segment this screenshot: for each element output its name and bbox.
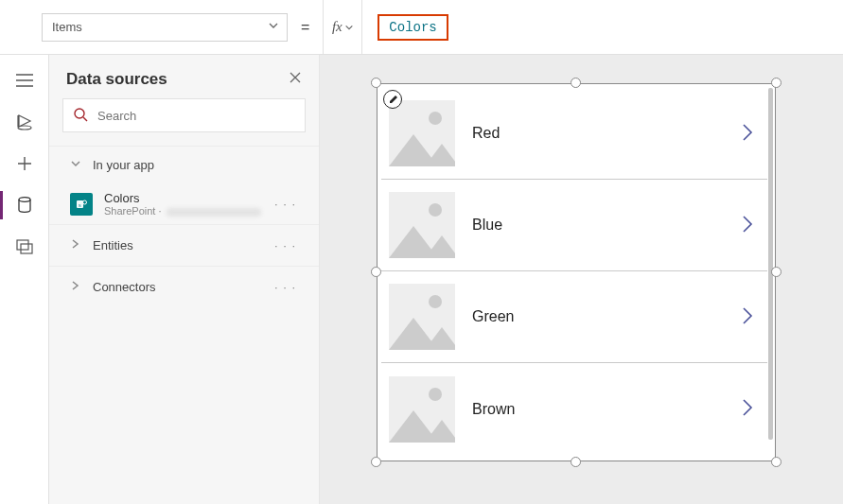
search-box[interactable] [62, 98, 306, 132]
chevron-down-icon [268, 20, 279, 34]
left-rail [0, 55, 49, 504]
chevron-right-icon[interactable] [741, 305, 760, 329]
image-placeholder-icon [389, 284, 455, 350]
resize-handle-icon[interactable] [771, 457, 782, 467]
formula-highlight: Colors [378, 14, 448, 41]
data-icon[interactable] [16, 197, 33, 214]
section-label: In your app [93, 158, 154, 172]
search-icon [73, 107, 88, 125]
edit-icon[interactable] [383, 90, 402, 109]
tree-view-icon[interactable] [16, 72, 33, 89]
image-placeholder-icon [389, 376, 455, 443]
data-sources-panel: Data sources In your app s Colors ShareP… [49, 55, 320, 504]
chevron-right-icon[interactable] [741, 397, 760, 421]
fx-button[interactable]: fx [323, 0, 362, 55]
fx-label: fx [332, 19, 342, 35]
entities-row[interactable]: Entities · · · [49, 224, 319, 266]
gallery-control[interactable]: Red Blue Green Brown [377, 83, 776, 461]
chevron-down-icon [70, 158, 81, 172]
equals-sign: = [297, 19, 313, 36]
resize-handle-icon[interactable] [571, 78, 581, 88]
list-item[interactable]: Green [381, 271, 767, 363]
add-icon[interactable] [16, 155, 33, 172]
sharepoint-icon: s [70, 193, 93, 216]
more-icon[interactable]: · · · [272, 197, 298, 211]
svg-point-0 [18, 126, 31, 130]
svg-rect-2 [17, 240, 28, 250]
svg-point-7 [83, 200, 87, 204]
connectors-label: Connectors [93, 280, 155, 294]
item-label: Brown [472, 401, 724, 418]
svg-point-1 [19, 198, 30, 202]
resize-handle-icon[interactable] [771, 267, 782, 277]
section-in-your-app[interactable]: In your app [49, 146, 319, 183]
data-source-item[interactable]: s Colors SharePoint · · · · [49, 183, 319, 224]
close-icon[interactable] [289, 71, 302, 88]
search-input[interactable] [97, 109, 295, 123]
resize-handle-icon[interactable] [371, 457, 381, 467]
formula-bar: Items = fx Colors [0, 0, 843, 55]
insert-icon[interactable] [16, 113, 33, 130]
list-item[interactable]: Blue [381, 180, 767, 271]
list-item[interactable]: Red [381, 88, 767, 180]
image-placeholder-icon [389, 100, 455, 166]
item-label: Blue [472, 217, 724, 234]
entities-label: Entities [93, 238, 133, 252]
panel-title: Data sources [66, 70, 167, 89]
resize-handle-icon[interactable] [771, 78, 782, 88]
gallery-items: Red Blue Green Brown [381, 88, 767, 457]
image-placeholder-icon [389, 192, 455, 258]
canvas-area: Red Blue Green Brown [320, 55, 843, 504]
connectors-row[interactable]: Connectors · · · [49, 266, 319, 307]
property-selector[interactable]: Items [42, 13, 288, 42]
chevron-right-icon[interactable] [741, 214, 760, 237]
resize-handle-icon[interactable] [571, 457, 581, 467]
chevron-right-icon [70, 280, 79, 294]
chevron-right-icon[interactable] [741, 122, 760, 146]
media-icon[interactable] [16, 238, 33, 255]
property-name: Items [52, 20, 82, 34]
svg-text:s: s [79, 200, 81, 208]
resize-handle-icon[interactable] [371, 78, 381, 88]
item-label: Green [472, 308, 724, 325]
chevron-right-icon [70, 238, 79, 252]
item-label: Red [472, 125, 724, 142]
more-icon[interactable]: · · · [272, 238, 298, 252]
data-source-subtitle: SharePoint · [104, 205, 261, 217]
scrollbar[interactable] [768, 88, 773, 440]
svg-point-4 [75, 109, 84, 118]
chevron-down-icon [344, 23, 354, 32]
list-item[interactable]: Brown [381, 363, 767, 455]
svg-rect-3 [21, 244, 32, 253]
formula-input-area[interactable]: Colors [372, 0, 843, 55]
more-icon[interactable]: · · · [272, 280, 298, 294]
blurred-text [167, 208, 261, 217]
resize-handle-icon[interactable] [371, 267, 381, 277]
data-source-name: Colors [104, 191, 261, 205]
formula-expression: Colors [389, 20, 436, 35]
